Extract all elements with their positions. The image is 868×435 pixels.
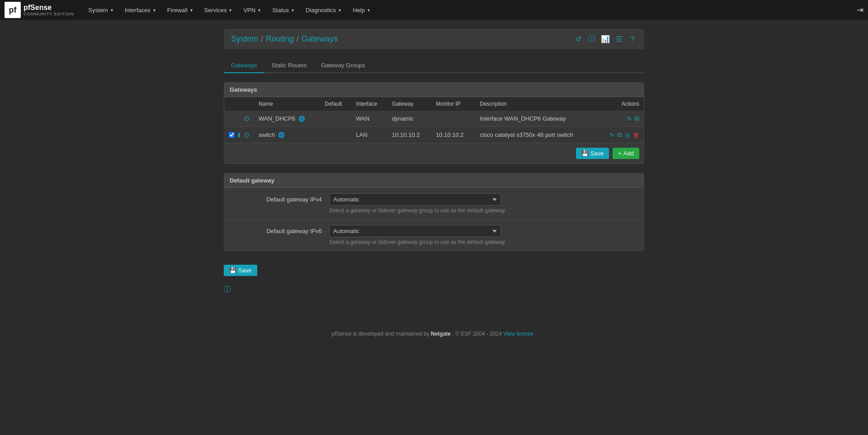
nav-vpn-label: VPN [243,7,255,14]
tabs: Gateways Static Routes Gateway Groups [224,58,644,73]
row1-status-cell: ⊙ [224,111,254,127]
row1-interface-cell: WAN [352,111,388,127]
footer-middle: is developed and maintained by [353,331,431,337]
nav-diagnostics-label: Diagnostics [306,7,336,14]
save-button-main[interactable]: 💾 Save [224,265,257,276]
row2-default-cell [320,127,351,143]
tab-gateway-groups[interactable]: Gateway Groups [314,58,373,73]
breadcrumb-current: Gateways [302,34,338,44]
breadcrumb-system[interactable]: System [231,34,258,44]
row1-edit-icon[interactable]: ✎ [627,115,632,122]
ipv6-row: Default gateway IPv6 Automatic Select a … [224,220,644,251]
nav-items: System ▾ Interfaces ▾ Firewall ▾ Service… [83,4,857,16]
default-gateway-header: Default gateway [224,173,644,188]
row2-download-icon: ⬇ [236,131,242,139]
breadcrumb-routing[interactable]: Routing [266,34,294,44]
nav-logout-icon[interactable]: ⇥ [857,5,863,15]
col-monitor-ip: Monitor IP [431,97,475,111]
nav-help-label: Help [353,7,365,14]
help-icon[interactable]: ? [628,35,637,44]
list-icon[interactable]: ☰ [614,35,623,44]
row1-default-cell [320,111,351,127]
nav-vpn-caret: ▾ [258,8,260,13]
nav-item-services[interactable]: Services ▾ [199,4,237,16]
row2-name: switch [259,131,275,138]
col-description: Description [475,97,597,111]
info-circle-icon[interactable]: ⓘ [587,35,596,44]
row1-name-cell: WAN_DHCP6 🌐 [254,111,320,127]
info-icon[interactable]: ⓘ [224,285,231,293]
nav-status-label: Status [272,7,289,14]
nav-services-caret: ▾ [229,8,231,13]
row1-copy-icon[interactable]: ⧉ [635,115,639,122]
row2-gateway-cell: 10.10.10.2 [387,127,431,143]
row2-monitor-ip-cell: 10.10.10.2 [431,127,475,143]
nav-item-help[interactable]: Help ▾ [347,4,375,16]
col-actions: Actions [597,97,644,111]
footer-end: . [535,331,536,337]
footer-netgate: Netgate [431,331,451,337]
ipv6-select[interactable]: Automatic [329,225,501,237]
save-button-table[interactable]: 💾 Save [576,148,609,159]
page-content: System / Routing / Gateways ↺ ⓘ 📊 ☰ ? Ga… [217,20,651,304]
save-icon: 💾 [581,150,589,157]
nav-services-label: Services [204,7,227,14]
row2-name-cell: switch 🌐 [254,127,320,143]
nav-item-interfaces[interactable]: Interfaces ▾ [119,4,161,16]
brand-edition: COMMUNITY EDITION [24,12,74,17]
breadcrumb-sep-2: / [297,34,299,44]
brand-text-block: pfSense COMMUNITY EDITION [24,3,74,17]
default-gateway-card: Default gateway Default gateway IPv4 Aut… [224,173,644,251]
row1-monitor-ip-cell [431,111,475,127]
footer-pfsense: pfSense [332,331,352,337]
nav-interfaces-caret: ▾ [153,8,156,13]
ipv4-row: Default gateway IPv4 Automatic Select a … [224,188,644,220]
nav-item-system[interactable]: System ▾ [83,4,118,16]
gateways-card: Gateways Name Default Interface Gateway … [224,82,644,164]
row2-interface-cell: LAN [352,127,388,143]
ipv4-hint: Select a gateway or failover gateway gro… [329,207,637,214]
row2-edit-icon[interactable]: ✎ [609,131,615,139]
col-checkbox [224,97,254,111]
nav-item-status[interactable]: Status ▾ [267,4,299,16]
page-header-icons: ↺ ⓘ 📊 ☰ ? [574,35,637,44]
row2-copy-icon[interactable]: ⧉ [618,131,622,139]
ipv4-select[interactable]: Automatic [329,193,501,206]
brand-name: pfSense [24,3,74,12]
breadcrumb: System / Routing / Gateways [231,34,338,44]
brand-logo-text: pf [9,5,17,15]
nav-firewall-caret: ▾ [190,8,193,13]
ipv4-label: Default gateway IPv4 [231,193,322,203]
footer-after: . © ESF 2004 - 2024 [452,331,503,337]
tab-static-routes[interactable]: Static Routes [264,58,314,73]
row1-actions-cell: ✎ ⧉ [597,111,644,127]
col-interface: Interface [352,97,388,111]
add-button[interactable]: + Add [613,148,639,159]
ipv6-label: Default gateway IPv6 [231,225,322,234]
page-header: System / Routing / Gateways ↺ ⓘ 📊 ☰ ? [224,29,644,49]
row2-monitor-icon[interactable]: ◎ [625,131,630,139]
page-footer: pfSense is developed and maintained by N… [0,322,868,346]
refresh-icon[interactable]: ↺ [574,35,583,44]
row2-status-cell: ⬇ ⊙ [224,127,254,143]
table-row: ⊙ WAN_DHCP6 🌐 WAN dynamic Interface WAN_… [224,111,644,127]
ipv6-hint: Select a gateway or failover gateway gro… [329,239,637,245]
chart-icon[interactable]: 📊 [601,35,610,44]
row2-actions-cell: ✎ ⧉ ◎ 🗑 [597,127,644,143]
nav-item-vpn[interactable]: VPN ▾ [238,4,266,16]
brand-logo: pf [5,2,21,18]
tab-gateways[interactable]: Gateways [224,58,264,73]
row2-checkbox[interactable] [229,132,235,138]
nav-item-firewall[interactable]: Firewall ▾ [162,4,198,16]
col-gateway: Gateway [387,97,431,111]
table-row: ⬇ ⊙ switch 🌐 LAN 10.10.10.2 10.10.10.2 c… [224,127,644,143]
default-gateway-body: Default gateway IPv4 Automatic Select a … [224,188,644,251]
footer-license-link[interactable]: View license [503,331,533,337]
nav-system-caret: ▾ [111,8,113,13]
row1-globe-icon: 🌐 [298,116,305,122]
row2-delete-icon[interactable]: 🗑 [633,131,639,139]
row1-description-cell: Interface WAN_DHCP6 Gateway [475,111,597,127]
navbar: pf pfSense COMMUNITY EDITION System ▾ In… [0,0,868,20]
row1-gateway-cell: dynamic [387,111,431,127]
nav-item-diagnostics[interactable]: Diagnostics ▾ [300,4,346,16]
